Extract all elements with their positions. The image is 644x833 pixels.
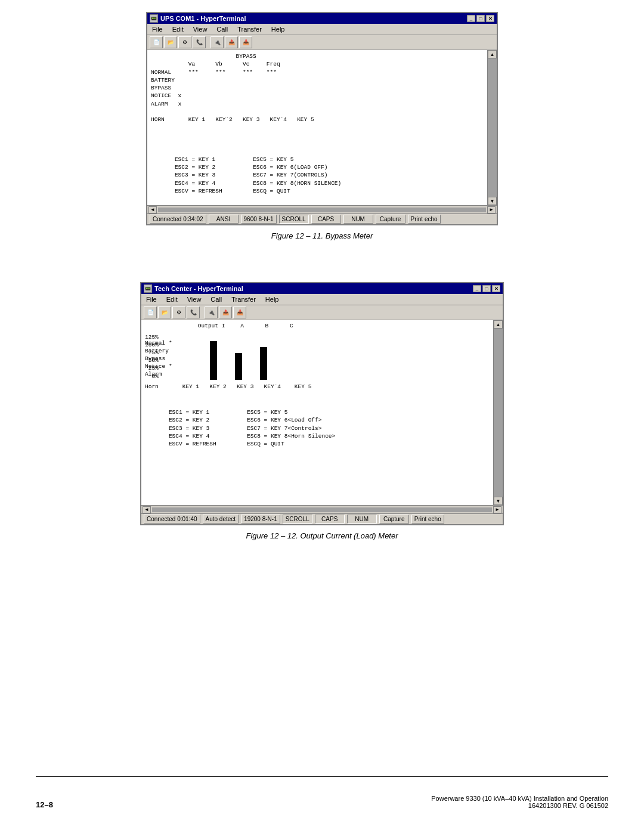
label-normal: Normal * [145,339,172,347]
tool-new-1[interactable]: 📄 [150,36,163,48]
menu-view-2[interactable]: View [185,295,204,304]
tool-disc-1[interactable]: 🔌 [210,36,224,48]
toolbar-1: 📄 📂 ⚙ 📞 🔌 📤 📥 [147,35,497,50]
menu-edit-1[interactable]: Edit [170,25,186,33]
status-scroll-2: SCROLL [283,515,312,524]
statusbar-1: Connected 0:34:02 ANSI 9600 8-N-1 SCROLL… [147,213,497,224]
tool-recv-1[interactable]: 📥 [239,36,252,48]
footer-right: Powerware 9330 (10 kVA–40 kVA) Installat… [431,795,608,809]
col-header-output: Output I [198,323,225,329]
titlebar-2: 📟 Tech Center - HyperTerminal _ □ ✕ [141,283,503,294]
scroll-down-2[interactable]: ▼ [494,497,503,505]
hscrollbar-2[interactable]: ◄ ► [141,505,503,513]
scroll-up-1[interactable]: ▲ [488,50,497,58]
scroll-up-2[interactable]: ▲ [494,320,503,329]
window-controls-1[interactable]: _ □ ✕ [467,15,494,22]
tool-call-2[interactable]: 📞 [187,306,200,318]
menubar-1: File Edit View Call Transfer Help [147,24,497,35]
status-num-2: NUM [347,515,377,524]
tool-prop-2[interactable]: ⚙ [172,306,185,318]
scrollbar-2[interactable]: ▲ ▼ [493,320,503,505]
menu-file-2[interactable]: File [144,295,159,304]
hscrollbar-1[interactable]: ◄ ► [147,205,497,213]
footer-part-number: 164201300 REV. G 061502 [431,802,608,809]
window-controls-2[interactable]: _ □ ✕ [473,285,500,292]
figure-12-caption: Figure 12 – 12. Output Current (Load) Me… [246,531,398,540]
menu-edit-2[interactable]: Edit [164,295,180,304]
tool-prop-1[interactable]: ⚙ [178,36,191,48]
label-notice: Notice * [145,363,172,370]
maximize-btn-1[interactable]: □ [476,15,485,22]
key-map-2: ESC1 = KEY 1 ESC5 = KEY 5 ESC2 = KEY 2 E… [145,408,492,448]
chart-header: Output I A B C [162,323,492,329]
hyperterminal-window-2: 📟 Tech Center - HyperTerminal _ □ ✕ File… [140,282,504,525]
tool-send-1[interactable]: 📤 [225,36,238,48]
tool-disc-2[interactable]: 🔌 [205,306,218,318]
tool-send-2[interactable]: 📤 [219,306,232,318]
status-baud-2: 19200 8-N-1 [241,515,280,524]
scroll-down-1[interactable]: ▼ [488,197,497,205]
status-mode-2: Auto detect [203,515,239,524]
status-caps-1: CAPS [311,215,341,224]
bar-chart [162,330,492,380]
minimize-btn-2[interactable]: _ [473,285,481,292]
status-caps-2: CAPS [315,515,345,524]
menu-help-2[interactable]: Help [263,295,281,304]
hscroll-left-1[interactable]: ◄ [148,206,157,213]
chart-area: 125% 100% 75% 50% 25% 0% Output I [145,323,492,380]
status-connected-1: Connected 0:34:02 [150,215,206,224]
hscroll-left-2[interactable]: ◄ [143,506,151,513]
toolbar-2: 📄 📂 ⚙ 📞 🔌 📤 📥 [141,305,503,320]
menu-call-2[interactable]: Call [208,295,224,304]
col-header-c: C [290,323,293,329]
status-printecho-2: Print echo [411,515,444,524]
tool-recv-2[interactable]: 📥 [233,306,246,318]
hscroll-right-2[interactable]: ► [493,506,501,513]
status-num-1: NUM [343,215,373,224]
menu-call-1[interactable]: Call [214,25,230,33]
statusbar-2: Connected 0:01:40 Auto detect 19200 8-N-… [141,513,503,524]
scroll-track-2 [494,329,503,497]
col-header-a: A [240,323,244,329]
figure-12-block: 📟 Tech Center - HyperTerminal _ □ ✕ File… [36,282,608,540]
footer-title: Powerware 9330 (10 kVA–40 kVA) Installat… [431,795,608,802]
bar-b [235,353,242,380]
close-btn-1[interactable]: ✕ [486,15,494,22]
window-icon-1: 📟 [150,14,158,23]
footer-page-number: 12–8 [36,800,53,809]
tool-new-2[interactable]: 📄 [144,306,157,318]
minimize-btn-1[interactable]: _ [467,15,475,22]
window-title-1: UPS COM1 - HyperTerminal [160,15,246,22]
scroll-track-1 [488,58,497,197]
status-capture-2: Capture [379,515,409,524]
close-btn-2[interactable]: ✕ [492,285,500,292]
status-mode-1: ANSI [209,215,239,224]
menu-transfer-1[interactable]: Transfer [235,25,264,33]
hyperterminal-window-1: 📟 UPS COM1 - HyperTerminal _ □ ✕ File Ed… [146,12,498,225]
menu-help-1[interactable]: Help [269,25,287,33]
scrollbar-1[interactable]: ▲ ▼ [487,50,497,205]
menubar-2: File Edit View Call Transfer Help [141,294,503,305]
bar-a [210,341,217,380]
horn-line-2: Horn KEY 1 KEY 2 KEY 3 KEY`4 KEY 5 [145,383,492,391]
col-header-b: B [265,323,269,329]
page-container: 📟 UPS COM1 - HyperTerminal _ □ ✕ File Ed… [0,0,644,833]
page-footer: 12–8 Powerware 9330 (10 kVA–40 kVA) Inst… [36,776,608,809]
spacer-chart [145,391,492,408]
menu-view-1[interactable]: View [191,25,210,33]
hscroll-right-1[interactable]: ► [487,206,496,213]
menu-file-1[interactable]: File [150,25,165,33]
menu-transfer-2[interactable]: Transfer [229,295,258,304]
left-status-labels: Normal * Battery Bypass Notice * Alarm [145,339,172,379]
tool-call-1[interactable]: 📞 [193,36,206,48]
label-battery: Battery [145,347,172,355]
status-capture-1: Capture [376,215,405,224]
titlebar-left-2: 📟 Tech Center - HyperTerminal [144,284,243,293]
terminal-text-1: BYPASS Va Vb Vc Freq NORMAL *** *** *** … [151,52,486,195]
window-icon-2: 📟 [144,284,152,293]
maximize-btn-2[interactable]: □ [482,285,491,292]
tool-open-1[interactable]: 📂 [164,36,177,48]
tool-open-2[interactable]: 📂 [158,306,171,318]
figure-11-block: 📟 UPS COM1 - HyperTerminal _ □ ✕ File Ed… [36,12,608,240]
hscroll-track-1 [158,208,486,212]
